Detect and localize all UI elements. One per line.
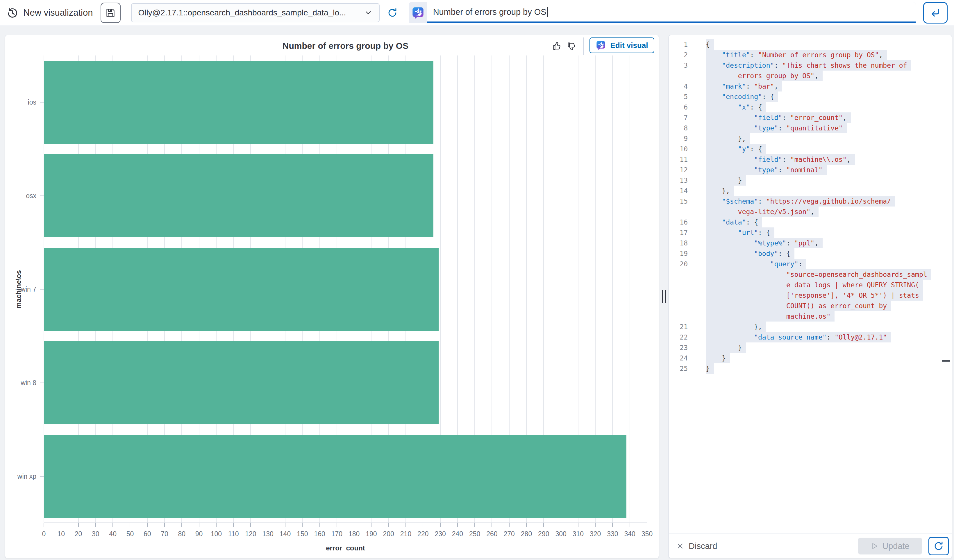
save-button[interactable] bbox=[101, 3, 121, 23]
code-line: 8 "type": "quantitative" bbox=[669, 123, 952, 133]
code-line: 25} bbox=[669, 363, 952, 374]
code-line-text: "mark": "bar", bbox=[706, 81, 782, 92]
chart-bar-osx bbox=[44, 154, 433, 237]
x-axis-tick bbox=[491, 523, 492, 527]
x-axis-tick-label: 310 bbox=[573, 530, 584, 538]
y-axis-title: machine\os bbox=[14, 263, 23, 316]
code-line-text: errors group by OS", bbox=[706, 71, 823, 81]
x-axis-tick bbox=[302, 523, 302, 527]
code-line-text: }, bbox=[706, 322, 766, 332]
code-line: e_data_logs | where QUERY_STRING( bbox=[669, 280, 952, 290]
top-toolbar: New visualization Olly@2.17.1::opensearc… bbox=[0, 0, 954, 26]
panel-resize-handle[interactable] bbox=[659, 35, 669, 558]
code-line: 24 } bbox=[669, 353, 952, 363]
code-line: vega-lite/v5.json", bbox=[669, 207, 952, 217]
y-axis-tick-label: osx bbox=[0, 192, 36, 200]
code-line-text: e_data_logs | where QUERY_STRING( bbox=[706, 280, 923, 290]
x-axis-tick-label: 150 bbox=[297, 530, 308, 538]
discard-button[interactable]: Discard bbox=[677, 541, 717, 551]
code-line-text: "source=opensearch_dashboards_sampl bbox=[706, 269, 931, 280]
bar-chart-plot-area: 0102030405060708090100110120130140150160… bbox=[44, 56, 647, 523]
code-line-text: "encoding": { bbox=[706, 92, 778, 102]
x-axis-tick bbox=[457, 523, 458, 527]
line-number bbox=[669, 311, 697, 322]
line-number: 6 bbox=[669, 102, 697, 112]
update-button[interactable]: Update bbox=[858, 538, 922, 554]
code-line-text: "y": { bbox=[706, 144, 766, 154]
submit-query-button[interactable] bbox=[923, 2, 948, 23]
y-axis-tick-label: ios bbox=[0, 98, 36, 106]
x-axis-tick bbox=[285, 523, 285, 527]
x-axis-tick bbox=[268, 523, 268, 527]
x-axis-tick bbox=[474, 523, 475, 527]
assistant-chat-bubble-icon bbox=[595, 40, 606, 51]
chevron-down-icon bbox=[364, 8, 373, 17]
code-line: 18 "%type%": "ppl", bbox=[669, 238, 952, 248]
line-number: 10 bbox=[669, 144, 697, 154]
code-line: COUNT() as error_count by bbox=[669, 301, 952, 311]
x-axis-tick-label: 160 bbox=[314, 530, 325, 538]
line-number: 11 bbox=[669, 154, 697, 165]
header-divider bbox=[583, 37, 584, 55]
code-line: 3 "description": "This chart shows the n… bbox=[669, 60, 952, 71]
nl-query-input[interactable]: Number of errors group by OS bbox=[427, 2, 916, 23]
x-axis-tick-label: 210 bbox=[400, 530, 411, 538]
code-editor[interactable]: 1{2 "title": "Number of errors group by … bbox=[669, 35, 952, 534]
assistant-chat-bubble-icon bbox=[409, 2, 427, 23]
x-axis-tick bbox=[578, 523, 578, 527]
editor-refresh-button[interactable] bbox=[928, 537, 949, 555]
x-axis-tick bbox=[199, 523, 200, 527]
x-axis-tick-label: 70 bbox=[161, 530, 168, 538]
code-line: 2 "title": "Number of errors group by OS… bbox=[669, 50, 952, 60]
x-axis-tick-label: 140 bbox=[280, 530, 291, 538]
x-axis-tick-label: 200 bbox=[383, 530, 394, 538]
x-axis-tick bbox=[543, 523, 544, 527]
line-number: 12 bbox=[669, 165, 697, 175]
code-line-text: "field": "error_count", bbox=[706, 112, 851, 123]
x-axis-tick-label: 100 bbox=[211, 530, 222, 538]
line-number: 22 bbox=[669, 332, 697, 342]
x-axis-tick-label: 280 bbox=[521, 530, 532, 538]
x-axis-tick bbox=[337, 523, 337, 527]
x-axis-tick bbox=[526, 523, 527, 527]
code-line-text: "field": "machine\\.os", bbox=[706, 154, 855, 165]
x-axis-tick-label: 270 bbox=[504, 530, 515, 538]
line-number: 20 bbox=[669, 259, 697, 269]
x-axis-tick bbox=[612, 523, 613, 527]
x-axis-tick-label: 180 bbox=[349, 530, 360, 538]
y-axis-tick-label: win 8 bbox=[0, 379, 36, 387]
line-number: 18 bbox=[669, 238, 697, 248]
code-line: 19 "body": { bbox=[669, 248, 952, 259]
x-axis-tick-label: 30 bbox=[92, 530, 100, 538]
line-number: 15 bbox=[669, 196, 697, 207]
code-line-text: } bbox=[706, 363, 714, 374]
thumbs-down-button[interactable] bbox=[565, 40, 578, 53]
code-line: 20 "query": bbox=[669, 259, 952, 269]
code-line: 16 "data": { bbox=[669, 217, 952, 227]
new-visualization-button[interactable]: New visualization bbox=[6, 7, 93, 19]
line-number: 24 bbox=[669, 353, 697, 363]
x-axis-tick bbox=[129, 523, 130, 527]
x-axis-tick bbox=[147, 523, 148, 527]
thumbs-up-icon bbox=[552, 41, 562, 51]
x-axis-tick-label: 80 bbox=[178, 530, 186, 538]
code-line-text: { bbox=[706, 39, 714, 50]
x-axis-tick-label: 50 bbox=[126, 530, 134, 538]
gridline bbox=[647, 56, 647, 523]
floppy-save-icon bbox=[105, 8, 116, 18]
code-line: 14 }, bbox=[669, 186, 952, 196]
code-line: 7 "field": "error_count", bbox=[669, 112, 952, 123]
datasource-select[interactable]: Olly@2.17.1::opensearch_dashboards_sampl… bbox=[131, 3, 379, 22]
thumbs-up-button[interactable] bbox=[550, 40, 563, 53]
code-line: 23 } bbox=[669, 342, 952, 353]
x-axis-tick-label: 260 bbox=[486, 530, 497, 538]
line-number bbox=[669, 290, 697, 301]
datasource-refresh-button[interactable] bbox=[385, 6, 399, 20]
line-number: 7 bbox=[669, 112, 697, 123]
x-axis-tick bbox=[44, 523, 44, 527]
y-axis-tick bbox=[40, 289, 44, 289]
edit-visual-button[interactable]: Edit visual bbox=[589, 37, 654, 53]
x-axis-tick bbox=[95, 523, 96, 527]
line-number bbox=[669, 269, 697, 280]
x-axis-tick bbox=[354, 523, 354, 527]
